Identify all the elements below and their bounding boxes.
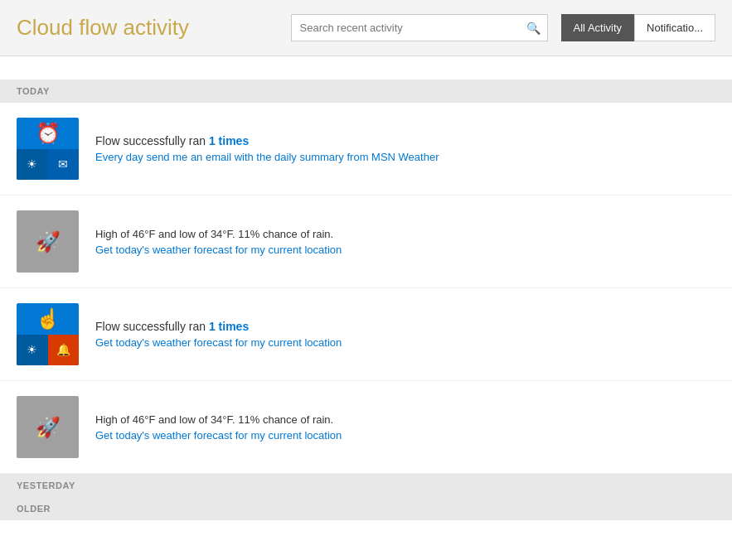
sun-icon: ☀ xyxy=(27,157,37,171)
section-gap-top xyxy=(0,56,732,80)
search-container: 🔍 xyxy=(291,14,548,41)
activity-title-3: Flow successfully ran 1 times xyxy=(95,320,715,333)
list-item: ⏰ ☀ ✉ Flow successfully ran 1 times Ever… xyxy=(0,103,732,196)
activity-list-today: ⏰ ☀ ✉ Flow successfully ran 1 times Ever… xyxy=(0,103,732,474)
bell-icon: 🔔 xyxy=(56,343,70,356)
rocket-icon: 🚀 xyxy=(36,230,61,253)
search-input[interactable] xyxy=(292,15,547,41)
activity-text-1: Flow successfully ran 1 times Every day … xyxy=(95,134,715,163)
tile-bottom-right-3: 🔔 xyxy=(48,335,80,366)
tile-center-2: 🚀 xyxy=(17,210,79,273)
email-icon: ✉ xyxy=(58,157,68,171)
tile-bottom-right-1: ✉ xyxy=(48,149,80,181)
activity-text-4: High of 46°F and low of 34°F. 11% chance… xyxy=(95,413,715,442)
tile-bottom-1: ☀ ✉ xyxy=(17,149,79,181)
activity-subtitle-2: Get today's weather forecast for my curr… xyxy=(95,244,715,256)
list-item: ☝ ☀ 🔔 Flow successfully ran 1 times Get … xyxy=(0,288,732,381)
flow-icon-tile-3: ☝ ☀ 🔔 xyxy=(17,303,79,365)
list-item: 🚀 High of 46°F and low of 34°F. 11% chan… xyxy=(0,196,732,288)
tile-bottom-left-3: ☀ xyxy=(17,335,48,366)
page-title: Cloud flow activity xyxy=(17,15,189,41)
content-area: TODAY ⏰ ☀ ✉ Flow successfully r xyxy=(0,56,732,520)
activity-subtitle-1: Every day send me an email with the dail… xyxy=(95,151,715,163)
hand-icon: ☝ xyxy=(36,307,61,331)
flow-icon-tile-4: 🚀 xyxy=(17,396,79,458)
section-header-today: TODAY xyxy=(0,80,732,103)
sun-icon: ☀ xyxy=(27,343,37,356)
tab-notifications[interactable]: Notificatio... xyxy=(634,14,715,41)
tile-top-3: ☝ xyxy=(17,303,79,335)
section-header-yesterday: YESTERDAY xyxy=(0,474,732,497)
activity-title-2: High of 46°F and low of 34°F. 11% chance… xyxy=(95,228,715,240)
list-item: 🚀 High of 46°F and low of 34°F. 11% chan… xyxy=(0,381,732,474)
search-icon: 🔍 xyxy=(526,22,541,35)
tile-top-1: ⏰ xyxy=(17,118,79,149)
section-header-older: OLDER xyxy=(0,497,732,520)
activity-title-4: High of 46°F and low of 34°F. 11% chance… xyxy=(95,413,715,426)
rocket-icon: 🚀 xyxy=(36,416,61,439)
activity-subtitle-3: Get today's weather forecast for my curr… xyxy=(95,336,715,349)
header: Cloud flow activity 🔍 All Activity Notif… xyxy=(0,0,732,56)
tile-bottom-left-1: ☀ xyxy=(17,149,48,181)
flow-icon-tile-1: ⏰ ☀ ✉ xyxy=(17,118,79,180)
activity-subtitle-4: Get today's weather forecast for my curr… xyxy=(95,429,715,442)
tile-bottom-3: ☀ 🔔 xyxy=(17,335,79,366)
tile-center-4: 🚀 xyxy=(17,396,79,458)
tab-all-activity[interactable]: All Activity xyxy=(561,14,635,41)
activity-title-1: Flow successfully ran 1 times xyxy=(95,134,715,147)
tab-group: All Activity Notificatio... xyxy=(561,14,715,41)
activity-text-3: Flow successfully ran 1 times Get today'… xyxy=(95,320,715,349)
clock-icon: ⏰ xyxy=(36,122,61,145)
flow-icon-tile-2: 🚀 xyxy=(17,210,79,273)
activity-text-2: High of 46°F and low of 34°F. 11% chance… xyxy=(95,228,715,256)
